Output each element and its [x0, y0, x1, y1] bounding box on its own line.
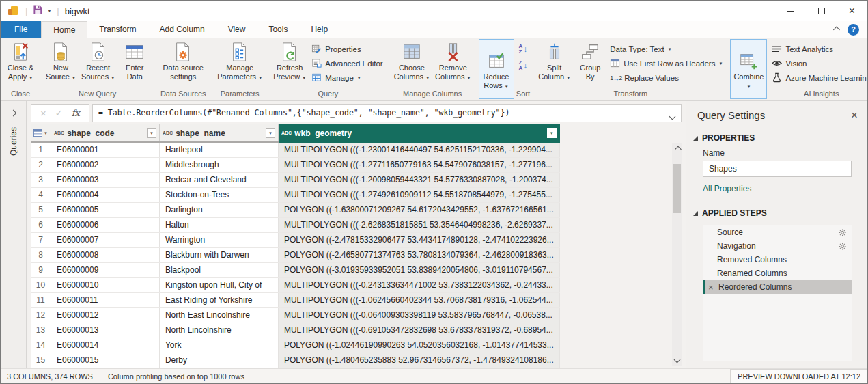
menu-tab-add-column[interactable]: Add Column [148, 21, 216, 38]
data-cell[interactable]: POLYGON ((-2.47815332906477 53.443417489… [278, 233, 559, 248]
close-and-apply-button[interactable]: Close & Apply ▼ [3, 39, 38, 81]
row-number-cell[interactable]: 16 [31, 368, 51, 369]
data-cell[interactable]: E06000012 [51, 308, 159, 323]
filter-button[interactable]: ▼ [147, 128, 156, 138]
data-cell[interactable]: E06000015 [51, 353, 159, 368]
filter-button[interactable]: ▼ [547, 128, 557, 138]
filter-button[interactable]: ▼ [266, 128, 275, 138]
data-type-button[interactable]: Data Type: Text ▼ [610, 43, 723, 55]
row-number-cell[interactable]: 1 [31, 142, 51, 158]
data-cell[interactable]: Halton [159, 218, 278, 233]
row-number-cell[interactable]: 11 [31, 293, 51, 308]
use-first-row-as-headers-button[interactable]: Use First Row as Headers ▼ [610, 57, 723, 70]
scroll-down-button[interactable] [672, 355, 682, 366]
data-cell[interactable]: Leicester [159, 368, 278, 369]
menu-tab-tools[interactable]: Tools [257, 21, 299, 38]
data-cell[interactable]: MULTIPOLYGON (((-2.6268351815851 53.3546… [278, 218, 559, 233]
enter-data-button[interactable]: Enter Data [117, 39, 152, 81]
save-button[interactable] [33, 5, 43, 17]
minimize-button[interactable] [775, 1, 806, 21]
maximize-button[interactable] [806, 1, 837, 21]
reduce-rows-button[interactable]: Reduce Rows ▼ [479, 48, 514, 90]
data-cell[interactable]: Warrington [159, 233, 278, 248]
row-number-cell[interactable]: 7 [31, 233, 51, 248]
gear-icon[interactable] [839, 229, 846, 236]
data-cell[interactable]: Hartlepool [159, 142, 278, 158]
data-cell[interactable]: MULTIPOLYGON (((-1.06245660402344 53.706… [278, 293, 559, 308]
recent-sources-button[interactable]: Recent Sources ▼ [79, 39, 117, 81]
data-cell[interactable]: E06000004 [51, 188, 159, 203]
close-button[interactable]: × [837, 1, 867, 21]
manage-parameters-button[interactable]: Manage Parameters ▼ [214, 39, 265, 81]
save-options-caret-icon[interactable]: ▼ [47, 9, 51, 13]
azure-machine-learning-button[interactable]: Azure Machine Learning [772, 72, 868, 84]
data-cell[interactable]: E06000002 [51, 158, 159, 173]
row-number-cell[interactable]: 12 [31, 308, 51, 323]
data-cell[interactable]: POLYGON ((-1.480465235883 52.96731465673… [278, 353, 559, 368]
choose-columns-button[interactable]: Choose Columns ▼ [391, 39, 432, 81]
scrollbar-thumb[interactable] [673, 164, 681, 213]
menu-tab-transform[interactable]: Transform [87, 21, 148, 38]
column-header-wkb-geometry[interactable]: ABC wkb_geometry ▼ [278, 124, 559, 142]
data-cell[interactable]: North Lincolnshire [159, 323, 278, 338]
properties-section-header[interactable]: PROPERTIES [686, 128, 867, 147]
row-number-cell[interactable]: 2 [31, 158, 51, 173]
data-cell[interactable]: Redcar and Cleveland [159, 173, 278, 188]
vertical-scrollbar[interactable] [672, 143, 682, 366]
row-number-cell[interactable]: 15 [31, 353, 51, 368]
data-cell[interactable]: E06000005 [51, 203, 159, 218]
commit-formula-button[interactable]: ✓ [55, 108, 63, 118]
data-cell[interactable]: MULTIPOLYGON (((-1.23001416440497 54.625… [278, 142, 559, 158]
data-cell[interactable]: Kingston upon Hull, City of [159, 278, 278, 293]
menu-tab-view[interactable]: View [216, 21, 257, 38]
new-source-button[interactable]: New Source ▼ [43, 39, 79, 81]
data-cell[interactable]: East Riding of Yorkshire [159, 293, 278, 308]
data-source-settings-button[interactable]: Data source settings [157, 39, 209, 81]
data-cell[interactable]: Blackburn with Darwen [159, 248, 278, 263]
applied-step-removed-columns[interactable]: Removed Columns [703, 253, 852, 266]
expand-formula-button[interactable] [670, 111, 675, 121]
data-cell[interactable]: E06000006 [51, 218, 159, 233]
data-cell[interactable]: POLYGON ((-1.63800071209267 54.617204342… [278, 203, 559, 218]
query-name-input[interactable] [703, 161, 852, 177]
menu-tab-file[interactable]: File [1, 21, 41, 38]
help-button[interactable]: ? [848, 24, 859, 36]
row-number-cell[interactable]: 3 [31, 173, 51, 188]
queries-pane-label[interactable]: Queries [9, 127, 18, 156]
data-cell[interactable]: MULTIPOLYGON (((-0.243133634471002 53.73… [278, 278, 559, 293]
status-profiling-info[interactable]: Column profiling based on top 1000 rows [93, 372, 244, 381]
data-cell[interactable]: Stockton-on-Tees [159, 188, 278, 203]
data-cell[interactable]: POLYGON ((-2.46580771374763 53.780813407… [278, 248, 559, 263]
close-panel-button[interactable]: × [851, 109, 858, 121]
data-cell[interactable]: E06000014 [51, 338, 159, 353]
manage-button[interactable]: Manage ▼ [311, 72, 382, 84]
delete-step-icon[interactable]: × [708, 282, 718, 292]
sort-descending-button[interactable]: ZA ↓ [519, 59, 528, 72]
split-column-button[interactable]: Split Column ▼ [535, 39, 573, 81]
row-number-cell[interactable]: 10 [31, 278, 51, 293]
data-cell[interactable]: POLYGON ((-3.01935933952051 53.838942005… [278, 263, 559, 278]
data-cell[interactable]: E06000011 [51, 293, 159, 308]
data-cell[interactable]: MULTIPOLYGON (((-1.20098059443321 54.577… [278, 173, 559, 188]
select-all-corner-button[interactable]: ▼ [31, 124, 51, 142]
refresh-preview-button[interactable]: Refresh Preview ▼ [270, 39, 309, 81]
formula-input[interactable]: = Table.ReorderColumns(#"Renamed Columns… [92, 104, 682, 122]
applied-step-source[interactable]: Source [703, 225, 852, 239]
data-cell[interactable]: MULTIPOLYGON (((-1.27711650779163 54.547… [278, 158, 559, 173]
row-number-cell[interactable]: 13 [31, 323, 51, 338]
row-number-cell[interactable]: 4 [31, 188, 51, 203]
data-cell[interactable]: E06000003 [51, 173, 159, 188]
data-cell[interactable]: E06000009 [51, 263, 159, 278]
data-cell[interactable]: E06000008 [51, 248, 159, 263]
row-number-cell[interactable]: 5 [31, 203, 51, 218]
applied-steps-section-header[interactable]: APPLIED STEPS [686, 203, 867, 222]
data-cell[interactable]: POLYGON ((-1.02446190990263 54.052035603… [278, 338, 559, 353]
data-cell[interactable]: E06000010 [51, 278, 159, 293]
properties-button[interactable]: Properties [311, 43, 382, 55]
expand-queries-button[interactable] [11, 108, 16, 118]
combine-button[interactable]: Combine ▼ [731, 48, 766, 90]
gear-icon[interactable] [839, 243, 846, 250]
replace-values-button[interactable]: 1→2 Replace Values [610, 72, 723, 84]
applied-step-reordered-columns[interactable]: ×Reordered Columns [703, 280, 852, 294]
data-cell[interactable]: E06000016 [51, 368, 159, 369]
